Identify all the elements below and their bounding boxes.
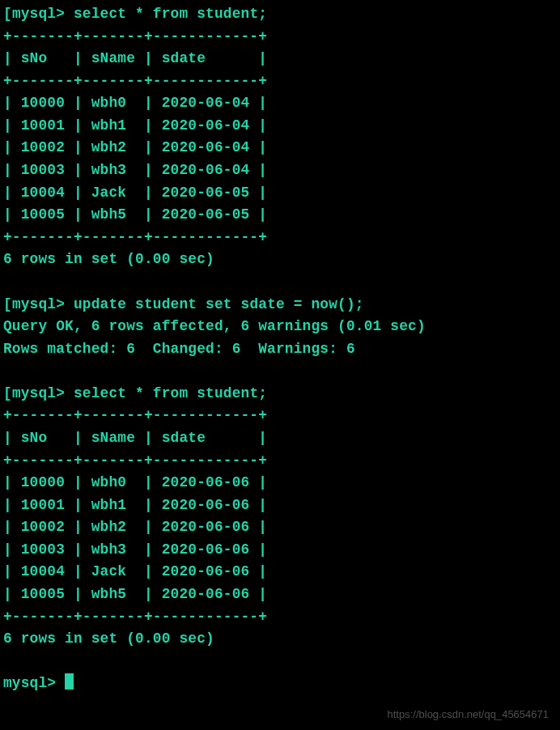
table-row: | 10000 | wbh0 | 2020-06-04 | <box>3 92 557 115</box>
table-row: | 10003 | wbh3 | 2020-06-04 | <box>3 159 557 182</box>
table-row: | 10001 | wbh1 | 2020-06-04 | <box>3 115 557 138</box>
table-border: +-------+-------+------------+ <box>3 70 557 93</box>
table-row: | 10003 | wbh3 | 2020-06-06 | <box>3 539 557 562</box>
table-row: | 10001 | wbh1 | 2020-06-06 | <box>3 494 557 517</box>
table-row: | 10004 | Jack | 2020-06-05 | <box>3 182 557 205</box>
blank-line <box>3 271 557 294</box>
table-header: | sNo | sName | sdate | <box>3 427 557 450</box>
table-border: +-------+-------+------------+ <box>3 227 557 249</box>
table-header: | sNo | sName | sdate | <box>3 48 557 70</box>
update-result: Rows matched: 6 Changed: 6 Warnings: 6 <box>3 338 557 361</box>
table-row: | 10000 | wbh0 | 2020-06-06 | <box>3 472 557 494</box>
watermark: https://blog.csdn.net/qq_45654671 <box>388 707 549 723</box>
query-line-3: [mysql> select * from student; <box>3 383 557 405</box>
prompt: mysql> <box>12 296 65 312</box>
query-text: update student set sdate = now(); <box>65 296 364 312</box>
table-border: +-------+-------+------------+ <box>3 405 557 427</box>
table-border: +-------+-------+------------+ <box>3 26 557 49</box>
cursor-icon <box>65 673 74 690</box>
prompt: mysql> <box>12 6 65 22</box>
bracket-open: [ <box>3 296 12 312</box>
result-line: 6 rows in set (0.00 sec) <box>3 248 557 271</box>
table-border: +-------+-------+------------+ <box>3 450 557 473</box>
result-line: 6 rows in set (0.00 sec) <box>3 628 557 651</box>
prompt: mysql> <box>12 385 65 401</box>
table-row: | 10005 | wbh5 | 2020-06-05 | <box>3 204 557 227</box>
bracket-open: [ <box>3 385 12 401</box>
table-row: | 10005 | wbh5 | 2020-06-06 | <box>3 584 557 606</box>
query-line-2: [mysql> update student set sdate = now()… <box>3 294 557 316</box>
update-result: Query OK, 6 rows affected, 6 warnings (0… <box>3 316 557 338</box>
blank-line <box>3 651 557 673</box>
blank-line <box>3 360 557 383</box>
query-text: select * from student; <box>65 385 267 401</box>
terminal[interactable]: [mysql> select * from student; +-------+… <box>3 3 557 695</box>
final-prompt: mysql> <box>3 675 65 691</box>
table-row: | 10002 | wbh2 | 2020-06-04 | <box>3 137 557 159</box>
table-row: | 10004 | Jack | 2020-06-06 | <box>3 561 557 584</box>
query-text: select * from student; <box>65 6 267 22</box>
table-border: +-------+-------+------------+ <box>3 606 557 629</box>
table-row: | 10002 | wbh2 | 2020-06-06 | <box>3 516 557 539</box>
prompt-line[interactable]: mysql> <box>3 673 557 695</box>
bracket-open: [ <box>3 6 12 22</box>
query-line-1: [mysql> select * from student; <box>3 3 557 26</box>
